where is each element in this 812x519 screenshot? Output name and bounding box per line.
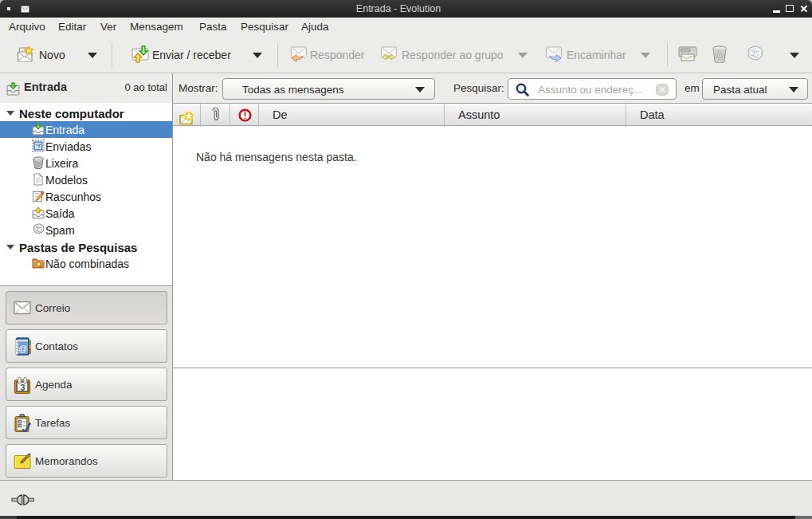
- svg-text:@: @: [18, 344, 27, 353]
- svg-text:3: 3: [21, 383, 25, 392]
